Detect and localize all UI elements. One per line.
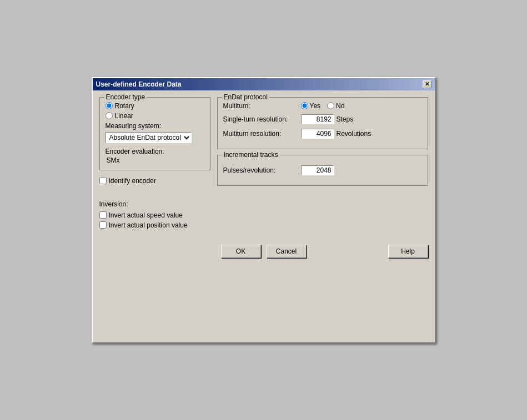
invert-speed-checkbox[interactable] [99,211,107,219]
inversion-label: Inversion: [99,200,428,208]
identify-row: Identify encoder [99,177,210,185]
incremental-tracks-group: Incremental tracks Pulses/revolution: [217,155,428,186]
button-row-wrapper: OK Cancel Help [93,238,435,265]
rotary-radio-row: Rotary [106,102,204,110]
identify-label[interactable]: Identify encoder [109,177,156,185]
right-panel: EnDat protocol Multiturn: Yes No [217,97,428,191]
encoder-type-label: Encoder type [104,93,147,101]
pulses-input[interactable] [301,165,334,175]
no-radio-container: No [327,102,344,110]
endat-protocol-group: EnDat protocol Multiturn: Yes No [217,97,428,149]
single-turn-input[interactable] [301,114,334,124]
dialog-content: Encoder type Rotary Linear Measuring sys… [93,90,435,238]
encoder-type-group: Encoder type Rotary Linear Measuring sys… [99,97,210,170]
close-button[interactable]: ✕ [423,80,431,88]
dialog-title: User-defined Encoder Data [96,80,182,88]
single-turn-label: Single-turn resolution: [223,115,301,123]
measuring-select-container: Absolute EnDat protocol Incremental SSI [106,132,204,143]
invert-position-checkbox[interactable] [99,221,107,229]
measuring-select[interactable]: Absolute EnDat protocol Incremental SSI [106,132,192,143]
multiturn-res-label: Multiturn resolution: [223,130,301,138]
invert-speed-label[interactable]: Invert actual speed value [109,211,183,219]
ok-button[interactable]: OK [221,245,261,258]
help-button[interactable]: Help [388,245,428,258]
invert-position-row: Invert actual position value [99,221,428,229]
multiturn-res-row: Multiturn resolution: Revolutions [223,129,422,139]
main-layout: Encoder type Rotary Linear Measuring sys… [99,97,428,191]
title-bar: User-defined Encoder Data ✕ [93,78,435,90]
single-turn-row: Single-turn resolution: Steps [223,114,422,124]
pulses-row: Pulses/revolution: [223,165,422,175]
linear-label[interactable]: Linear [115,112,133,120]
cancel-button[interactable]: Cancel [267,245,307,258]
multiturn-res-input[interactable] [301,129,334,139]
invert-position-label[interactable]: Invert actual position value [109,221,188,229]
multiturn-yes-radio[interactable] [301,102,308,109]
linear-radio-row: Linear [106,112,204,120]
multiturn-radio-group: Yes No [301,102,352,110]
inversion-section: Inversion: Invert actual speed value Inv… [99,200,428,229]
pulses-label: Pulses/revolution: [223,166,301,174]
endat-protocol-label: EnDat protocol [222,93,269,101]
incremental-tracks-label: Incremental tracks [222,151,280,159]
rotary-label[interactable]: Rotary [115,102,134,110]
yes-radio-container: Yes [301,102,321,110]
linear-radio[interactable] [106,112,113,119]
multiturn-label: Multiturn: [223,102,301,110]
multiturn-res-unit: Revolutions [337,130,372,138]
center-buttons: OK Cancel [139,245,388,258]
single-turn-unit: Steps [337,115,354,123]
rotary-radio[interactable] [106,102,113,109]
encoder-eval-label: Encoder evaluation: [106,148,204,155]
left-panel: Encoder type Rotary Linear Measuring sys… [99,97,210,191]
multiturn-row: Multiturn: Yes No [223,102,422,110]
multiturn-no-radio[interactable] [327,102,334,109]
no-label[interactable]: No [336,102,344,110]
yes-label[interactable]: Yes [310,102,321,110]
dialog-window: User-defined Encoder Data ✕ Encoder type… [92,77,436,343]
invert-speed-row: Invert actual speed value [99,211,428,219]
measuring-system-label: Measuring system: [106,122,204,130]
identify-checkbox[interactable] [99,177,107,184]
encoder-eval-value: SMx [106,156,204,164]
